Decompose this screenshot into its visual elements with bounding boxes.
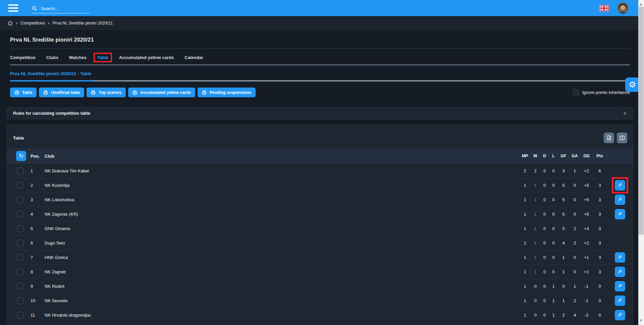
expand-plus-icon[interactable]: + (623, 110, 627, 117)
row-checkbox[interactable] (17, 297, 24, 304)
position-cell: 9 (31, 284, 45, 289)
row-checkbox[interactable] (17, 211, 24, 218)
vertical-scrollbar[interactable] (638, 0, 644, 325)
gear-icon[interactable]: ⚙ (625, 77, 640, 92)
edit-row-button[interactable]: ✎ (615, 252, 625, 263)
stat-l-cell: 1 (549, 284, 558, 289)
stat-d-cell: 0 (540, 284, 549, 289)
tab-calendar[interactable]: Calendar (182, 54, 206, 61)
scrollbar-up-arrow[interactable] (640, 2, 642, 5)
stat-d-cell: 0 (540, 183, 549, 188)
edit-row-button[interactable]: ✎ (615, 180, 625, 191)
edit-row-button[interactable]: ✎ (615, 310, 625, 320)
pencil-icon: ✎ (618, 283, 622, 289)
table-row: 8NK Zagreb110010+13✎ (7, 264, 633, 279)
printer-icon (202, 90, 207, 95)
edit-row-button[interactable]: ✎ (615, 267, 625, 277)
stat-w-cell[interactable]: 1 (531, 183, 540, 188)
row-checkbox[interactable] (17, 196, 24, 203)
row-checkbox[interactable] (17, 254, 24, 261)
edit-button-wrap: ✎ (615, 252, 625, 263)
subtab-indicator (10, 80, 630, 82)
stat-w-cell[interactable]: 1 (531, 269, 540, 274)
stat-pts-cell: 0 (593, 298, 607, 303)
tab-table[interactable]: Table (95, 54, 111, 61)
edit-row-button[interactable]: ✎ (615, 295, 625, 306)
ignore-points-checkbox[interactable] (573, 89, 579, 96)
row-checkbox[interactable] (17, 182, 24, 189)
user-avatar[interactable] (617, 2, 629, 14)
pending-suspensions-button[interactable]: Pending suspensions (198, 88, 256, 97)
tab-matches[interactable]: Matches (67, 54, 89, 61)
refresh-icon[interactable]: ↻ (16, 151, 26, 161)
edit-row-button[interactable]: ✎ (615, 209, 625, 219)
club-link-nk-lokomotiva[interactable]: NK Lokomotiva (45, 197, 519, 202)
stat-w-cell: 0 (531, 284, 540, 289)
scrollbar-thumb[interactable] (639, 7, 644, 235)
stat-l-cell: 0 (549, 255, 558, 260)
edit-row-button[interactable]: ✎ (615, 195, 625, 205)
stat-w-cell[interactable]: 1 (531, 240, 540, 246)
table-row: 3NK Lokomotiva110050+53✎ (7, 192, 633, 207)
unofficial-table-button[interactable]: Unofficial table (39, 88, 84, 97)
club-link-nk-dubrava-tim-kabel[interactable]: NK Dubrava Tim Kabel (45, 168, 519, 173)
row-checkbox[interactable] (17, 268, 24, 275)
club-link-nk-sesvete[interactable]: NK Sesvete (45, 298, 519, 303)
breadcrumb-item-prva-nl-sredi-te-pioniri-2020-21: Prva NL Središte pioniri 2020/21 (53, 21, 113, 25)
stat-mp-cell: 1 (519, 226, 531, 231)
stat-gd-cell: +5 (580, 212, 593, 217)
edit-button-wrap: ✎ (615, 209, 625, 219)
scrollbar-down-arrow[interactable] (640, 320, 642, 323)
club-link-gnk-dinamo[interactable]: GNK Dinamo (45, 226, 519, 231)
row-checkbox[interactable] (17, 312, 24, 319)
row-actions: ✎ (607, 180, 633, 191)
column-header-pos: Pos. (31, 154, 45, 159)
row-checkbox[interactable] (17, 167, 24, 174)
search-box[interactable] (32, 6, 90, 13)
row-checkbox[interactable] (17, 239, 24, 247)
club-link-hnk-gorica[interactable]: HNK Gorica (45, 255, 519, 260)
stat-w-cell[interactable]: 1 (531, 226, 540, 231)
stat-mp-cell: 1 (519, 269, 531, 274)
button-label: Accumulated yellow cards (140, 90, 191, 95)
stat-ga-cell: 1 (569, 168, 580, 173)
breadcrumb-separator: › (48, 20, 49, 25)
club-link-nk-kusto-ija[interactable]: NK Kustošija (45, 183, 519, 188)
stat-w-cell[interactable]: 1 (531, 212, 540, 217)
edit-row-button[interactable]: ✎ (615, 281, 625, 291)
search-input[interactable] (40, 6, 87, 11)
club-link-nk-rude[interactable]: NK Rudeš (45, 284, 519, 289)
home-icon[interactable] (7, 20, 13, 26)
pencil-icon: ✎ (618, 312, 622, 318)
club-link-nk-hrvatski-dragovoljac[interactable]: NK Hrvatski dragovoljac (45, 313, 519, 318)
breadcrumb-item-competitions[interactable]: Competitions (20, 21, 45, 25)
uk-flag-icon[interactable] (599, 5, 609, 12)
table-button[interactable]: Table (10, 88, 37, 97)
club-link-nk-zagorec-kr[interactable]: NK Zagorec (KR) (45, 212, 519, 217)
stat-d-cell: 0 (540, 212, 549, 217)
stat-pts-cell: 3 (593, 269, 607, 274)
tab-accumulated-yellow-cards[interactable]: Accumulated yellow cards (117, 54, 176, 61)
table-body: 1NK Dubrava Tim Kabel220031+262NK Kustoš… (7, 163, 633, 322)
stat-w-cell[interactable]: 1 (531, 197, 540, 202)
row-actions: ✎ (607, 195, 633, 205)
top-scorers-button[interactable]: Top scorers (87, 88, 126, 97)
hamburger-menu-icon[interactable] (8, 4, 18, 12)
row-checkbox[interactable] (17, 225, 24, 232)
tab-competition[interactable]: Competition (8, 54, 38, 61)
stat-ga-cell: 2 (569, 298, 580, 303)
subtab-active-link[interactable]: Prva NL Središte pioniri 2020/21 - Table (10, 71, 91, 76)
row-checkbox[interactable] (17, 283, 24, 290)
club-link-dugo-selo[interactable]: Dugo Selo (45, 240, 519, 246)
stat-w-cell[interactable]: 1 (531, 255, 540, 260)
club-link-nk-zagreb[interactable]: NK Zagreb (45, 269, 519, 274)
tab-clubs[interactable]: Clubs (44, 54, 61, 61)
stat-gf-cell: 1 (558, 255, 569, 260)
rules-panel-header[interactable]: Rules for calculating competition table … (7, 107, 633, 119)
printer-icon (43, 90, 48, 95)
columns-button[interactable] (617, 132, 627, 143)
accumulated-yellow-cards-button[interactable]: Accumulated yellow cards (128, 88, 195, 97)
stat-gd-cell: +2 (580, 168, 593, 173)
stat-pts-cell: 0 (593, 284, 607, 289)
export-excel-button[interactable] (604, 132, 614, 143)
